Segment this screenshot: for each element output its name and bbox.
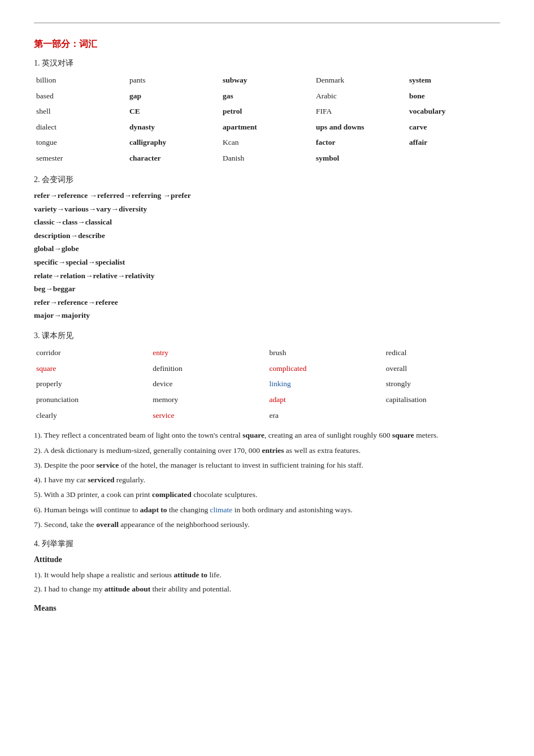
- keyword: attitude about: [105, 585, 150, 593]
- vocab-cell: Kcan: [220, 135, 314, 150]
- sentence-2: 2). A desk dictionary is medium-sized, g…: [34, 444, 500, 457]
- vocab-cell: apartment: [220, 120, 314, 135]
- vocab-cell: gas: [220, 89, 314, 103]
- s3-cell: entry: [150, 345, 267, 360]
- vocab-cell: Arabic: [314, 89, 407, 103]
- section3-label: 3. 课本所见: [34, 330, 500, 342]
- vocab-cell: system: [407, 73, 500, 88]
- s3-cell: square: [34, 361, 150, 376]
- vocab-cell: based: [34, 89, 127, 103]
- word-form-line: refer→reference →referred→referring →pre…: [34, 189, 500, 202]
- s3-cell: memory: [150, 392, 267, 407]
- keyword-blue: climate: [210, 506, 233, 514]
- s3-cell: complicated: [267, 361, 384, 376]
- section3-sentences: 1). They reflect a concentrated beam of …: [34, 429, 500, 531]
- sentence-5: 5). With a 3D printer, a cook can print …: [34, 489, 500, 501]
- section1-label: 1. 英汉对译: [34, 57, 500, 70]
- section4-label: 4. 列举掌握: [34, 538, 500, 550]
- attitude-header: Attitude: [34, 554, 500, 566]
- vocab-cell: factor: [314, 135, 407, 150]
- s3-cell: pronunciation: [34, 392, 150, 407]
- vocab-cell: bone: [407, 89, 500, 103]
- keyword: complicated: [152, 490, 192, 499]
- s3-cell: linking: [267, 377, 384, 391]
- keyword: overall: [96, 520, 119, 529]
- vocab-cell: tongue: [34, 135, 127, 150]
- word-form-line: relate→relation→relative→relativity: [34, 270, 500, 282]
- means-header: Means: [34, 602, 500, 615]
- s3-cell: corridor: [34, 345, 150, 360]
- keyword: serviced: [88, 476, 114, 484]
- sentence-text: With a 3D printer, a cook can print: [44, 490, 152, 499]
- sentence-text: as well as extra features.: [284, 446, 361, 455]
- sentence-num: 3).: [34, 461, 44, 469]
- sentence-num: 5).: [34, 490, 44, 499]
- section2-label: 2. 会变词形: [34, 174, 500, 186]
- s3-cell: service: [150, 408, 267, 423]
- attitude-sentence-1: 1). It would help shape a realistic and …: [34, 569, 500, 581]
- s3-cell: era: [267, 408, 384, 423]
- sentence-text: , creating an area of sunlight roughly 6…: [264, 431, 392, 439]
- vocab-cell: [407, 151, 500, 166]
- sentence-text: They reflect a concentrated beam of ligh…: [44, 431, 242, 439]
- sentence-num: 4).: [34, 476, 44, 484]
- sentence-4: 4). I have my car serviced regularly.: [34, 474, 500, 486]
- vocab-cell: Denmark: [314, 73, 407, 88]
- sentence-text: life.: [207, 571, 222, 579]
- keyword: attitude to: [173, 571, 207, 579]
- sentence-text: Human beings will continue to: [44, 506, 140, 514]
- vocab-cell: semester: [34, 151, 127, 166]
- word-form-line: classic→class→classical: [34, 216, 500, 228]
- keyword: square: [242, 431, 264, 439]
- s3-cell: [384, 408, 500, 423]
- s3-cell: device: [150, 377, 267, 391]
- vocab-cell: FIFA: [314, 104, 407, 119]
- sentence-text: I have my car: [44, 476, 88, 484]
- s3-cell: adapt: [267, 392, 384, 407]
- attitude-sentence-2: 2). I had to change my attitude about th…: [34, 583, 500, 595]
- vocab-cell: Danish: [220, 151, 314, 166]
- vocab-cell: subway: [220, 73, 314, 88]
- vocab-cell: billion: [34, 73, 127, 88]
- sentence-text: meters.: [414, 431, 439, 439]
- attitude-sentences: 1). It would help shape a realistic and …: [34, 569, 500, 596]
- sentence-text: of the hotel, the manager is reluctant t…: [119, 461, 363, 469]
- sentence-text: I had to change my: [44, 585, 105, 593]
- word-form-line: major→majority: [34, 309, 500, 322]
- vocab-cell: dialect: [34, 120, 127, 135]
- vocab-grid: billion pants subway Denmark system base…: [34, 73, 500, 166]
- word-form-line: variety→various→vary→diversity: [34, 203, 500, 215]
- word-form-line: refer→reference→referee: [34, 296, 500, 309]
- s3-cell: clearly: [34, 408, 150, 423]
- vocab-cell: affair: [407, 135, 500, 150]
- vocab-cell: shell: [34, 104, 127, 119]
- sentence-num: 6).: [34, 506, 44, 514]
- vocab-cell: petrol: [220, 104, 314, 119]
- sentence-text: their ability and potential.: [150, 585, 231, 593]
- keyword: adapt to: [140, 506, 167, 514]
- keyword: service: [97, 461, 119, 469]
- vocab-cell: ups and downs: [314, 120, 407, 135]
- word-form-line: beg→beggar: [34, 283, 500, 295]
- vocab-cell: gap: [127, 89, 220, 103]
- word-forms: refer→reference →referred→referring →pre…: [34, 189, 500, 322]
- sentence-num: 2).: [34, 585, 44, 593]
- sentence-text: the changing: [167, 506, 210, 514]
- s3-cell: properly: [34, 377, 150, 391]
- s3-cell: redical: [384, 345, 500, 360]
- sentence-1: 1). They reflect a concentrated beam of …: [34, 429, 500, 442]
- sentence-text: regularly.: [114, 476, 145, 484]
- word-form-line: global→globe: [34, 243, 500, 255]
- word-form-line: specific→special→specialist: [34, 256, 500, 269]
- sentence-text: A desk dictionary is medium-sized, gener…: [44, 446, 262, 455]
- s3-cell: capitalisation: [384, 392, 500, 407]
- sentence-text: Second, take the: [44, 520, 96, 529]
- sentence-6: 6). Human beings will continue to adapt …: [34, 504, 500, 516]
- sentence-text: in both ordinary and astonishing ways.: [232, 506, 353, 514]
- keyword: entries: [262, 446, 284, 455]
- vocab-cell: vocabulary: [407, 104, 500, 119]
- vocab-cell: dynasty: [127, 120, 220, 135]
- top-divider: [34, 23, 500, 23]
- sentence-num: 2).: [34, 446, 44, 455]
- vocab-cell: carve: [407, 120, 500, 135]
